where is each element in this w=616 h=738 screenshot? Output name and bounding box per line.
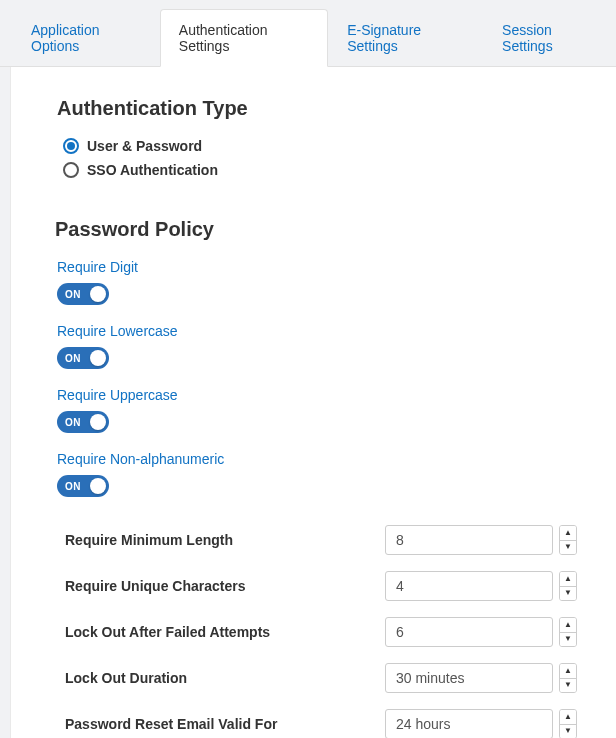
require-digit-toggle[interactable]: ON (57, 283, 109, 305)
spinner-down-icon[interactable]: ▼ (560, 541, 576, 555)
reset-valid-label: Password Reset Email Valid For (65, 716, 385, 732)
spinner-down-icon[interactable]: ▼ (560, 587, 576, 601)
lockout-attempts-spinner: ▲ ▼ (385, 617, 577, 647)
toggle-on-text: ON (65, 353, 81, 364)
radio-unselected-icon (63, 162, 79, 178)
auth-type-title: Authentication Type (57, 97, 586, 120)
radio-sso[interactable]: SSO Authentication (63, 162, 586, 178)
toggle-knob-icon (90, 350, 106, 366)
numeric-fields: Require Minimum Length ▲ ▼ Require Uniqu… (65, 525, 586, 738)
reset-valid-spinner: ▲ ▼ (385, 709, 577, 738)
lockout-attempts-input[interactable] (385, 617, 553, 647)
tab-application-options[interactable]: Application Options (12, 9, 160, 67)
radio-sso-label: SSO Authentication (87, 162, 218, 178)
toggle-on-text: ON (65, 417, 81, 428)
settings-panel: Authentication Type User & Password SSO … (10, 67, 616, 738)
lockout-duration-label: Lock Out Duration (65, 670, 385, 686)
password-policy-title: Password Policy (55, 218, 586, 241)
spinner-buttons: ▲ ▼ (559, 571, 577, 601)
tab-bar: Application Options Authentication Setti… (0, 0, 616, 67)
toggle-knob-icon (90, 414, 106, 430)
min-length-label: Require Minimum Length (65, 532, 385, 548)
spinner-up-icon[interactable]: ▲ (560, 710, 576, 725)
require-nonalpha-toggle[interactable]: ON (57, 475, 109, 497)
lockout-duration-spinner: ▲ ▼ (385, 663, 577, 693)
spinner-up-icon[interactable]: ▲ (560, 526, 576, 541)
toggle-knob-icon (90, 478, 106, 494)
lockout-duration-input[interactable] (385, 663, 553, 693)
row-min-length: Require Minimum Length ▲ ▼ (65, 525, 586, 555)
spinner-buttons: ▲ ▼ (559, 617, 577, 647)
row-unique-chars: Require Unique Characters ▲ ▼ (65, 571, 586, 601)
tab-esignature-settings[interactable]: E-Signature Settings (328, 9, 483, 67)
row-reset-valid: Password Reset Email Valid For ▲ ▼ (65, 709, 586, 738)
unique-chars-label: Require Unique Characters (65, 578, 385, 594)
min-length-spinner: ▲ ▼ (385, 525, 577, 555)
require-digit-block: Require Digit ON (57, 259, 586, 305)
toggle-knob-icon (90, 286, 106, 302)
spinner-up-icon[interactable]: ▲ (560, 572, 576, 587)
tab-session-settings[interactable]: Session Settings (483, 9, 616, 67)
require-nonalpha-block: Require Non-alphanumeric ON (57, 451, 586, 497)
spinner-buttons: ▲ ▼ (559, 525, 577, 555)
spinner-buttons: ▲ ▼ (559, 663, 577, 693)
row-lockout-attempts: Lock Out After Failed Attempts ▲ ▼ (65, 617, 586, 647)
spinner-buttons: ▲ ▼ (559, 709, 577, 738)
require-lowercase-toggle[interactable]: ON (57, 347, 109, 369)
require-uppercase-label: Require Uppercase (57, 387, 586, 403)
auth-type-radio-group: User & Password SSO Authentication (63, 138, 586, 178)
require-lowercase-block: Require Lowercase ON (57, 323, 586, 369)
require-digit-label: Require Digit (57, 259, 586, 275)
spinner-down-icon[interactable]: ▼ (560, 633, 576, 647)
toggle-on-text: ON (65, 289, 81, 300)
unique-chars-input[interactable] (385, 571, 553, 601)
spinner-up-icon[interactable]: ▲ (560, 664, 576, 679)
require-uppercase-toggle[interactable]: ON (57, 411, 109, 433)
unique-chars-spinner: ▲ ▼ (385, 571, 577, 601)
radio-selected-icon (63, 138, 79, 154)
min-length-input[interactable] (385, 525, 553, 555)
require-lowercase-label: Require Lowercase (57, 323, 586, 339)
require-nonalpha-label: Require Non-alphanumeric (57, 451, 586, 467)
reset-valid-input[interactable] (385, 709, 553, 738)
spinner-up-icon[interactable]: ▲ (560, 618, 576, 633)
lockout-attempts-label: Lock Out After Failed Attempts (65, 624, 385, 640)
spinner-down-icon[interactable]: ▼ (560, 679, 576, 693)
spinner-down-icon[interactable]: ▼ (560, 725, 576, 739)
require-uppercase-block: Require Uppercase ON (57, 387, 586, 433)
tab-authentication-settings[interactable]: Authentication Settings (160, 9, 328, 67)
radio-user-password[interactable]: User & Password (63, 138, 586, 154)
row-lockout-duration: Lock Out Duration ▲ ▼ (65, 663, 586, 693)
radio-user-password-label: User & Password (87, 138, 202, 154)
toggle-on-text: ON (65, 481, 81, 492)
